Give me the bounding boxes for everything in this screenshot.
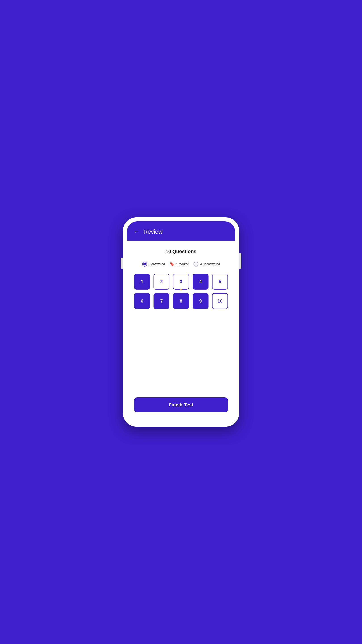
question-number-6: 6: [141, 298, 143, 304]
question-cell-10[interactable]: 10: [212, 293, 228, 309]
unanswered-icon: [194, 262, 198, 266]
finish-test-button[interactable]: Finish Test: [134, 397, 228, 412]
question-cell-7[interactable]: 7: [153, 293, 169, 309]
header: ← Review: [127, 222, 235, 240]
bookmark-icon: 🔖: [169, 262, 174, 266]
question-cell-2[interactable]: 2: [153, 274, 169, 290]
question-number-7: 7: [160, 298, 163, 304]
question-number-1: 1: [141, 279, 143, 284]
question-number-3: 3: [180, 279, 182, 284]
marked-label: 1 marked: [176, 262, 189, 266]
question-number-5: 5: [219, 279, 221, 284]
question-number-4: 4: [199, 279, 202, 284]
question-cell-1[interactable]: 1: [134, 274, 150, 290]
question-cell-6[interactable]: 6: [134, 293, 150, 309]
question-number-10: 10: [217, 298, 222, 304]
unanswered-label: 4 unanswered: [200, 262, 220, 266]
question-grid: 123▼45678910: [134, 274, 228, 309]
question-bookmark-icon: ▼: [179, 288, 183, 291]
questions-count-title: 10 Questions: [134, 249, 228, 254]
content-area: 10 Questions 6 answered 🔖 1 marked 4 una…: [127, 240, 235, 422]
phone-frame: ← Review 10 Questions 6 answered 🔖 1 mar…: [123, 217, 239, 427]
question-number-8: 8: [180, 298, 182, 304]
legend-row: 6 answered 🔖 1 marked 4 unanswered: [134, 262, 228, 266]
question-cell-8[interactable]: 8: [173, 293, 189, 309]
legend-unanswered: 4 unanswered: [194, 262, 220, 266]
back-arrow-icon: ←: [133, 228, 139, 235]
answered-icon: [142, 262, 147, 266]
phone-screen: ← Review 10 Questions 6 answered 🔖 1 mar…: [127, 222, 235, 422]
answered-label: 6 answered: [149, 262, 165, 266]
bottom-area: Finish Test: [134, 392, 228, 414]
legend-marked: 🔖 1 marked: [169, 262, 189, 266]
question-cell-5[interactable]: 5: [212, 274, 228, 290]
question-cell-4[interactable]: 4: [193, 274, 209, 290]
back-button[interactable]: ←: [133, 228, 139, 235]
question-cell-3[interactable]: 3▼: [173, 274, 189, 290]
question-number-2: 2: [160, 279, 163, 284]
question-number-9: 9: [199, 298, 202, 304]
page-title: Review: [143, 228, 162, 235]
question-cell-9[interactable]: 9: [193, 293, 209, 309]
legend-answered: 6 answered: [142, 262, 165, 266]
